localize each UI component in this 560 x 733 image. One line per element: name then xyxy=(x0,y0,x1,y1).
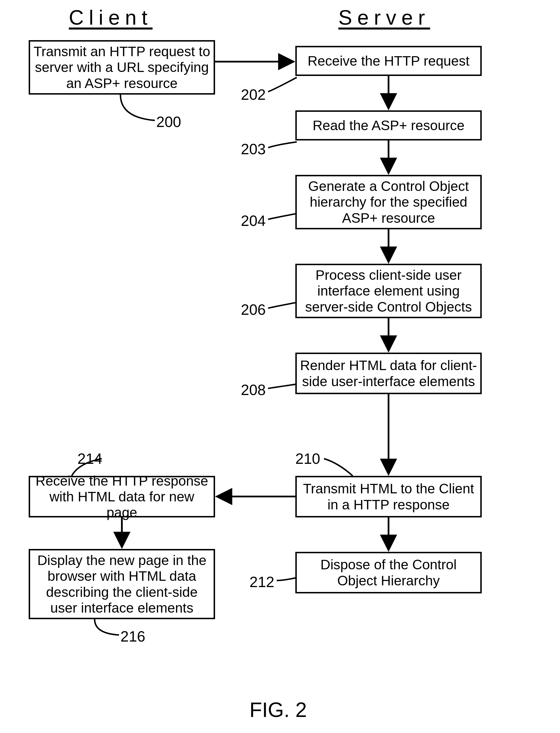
box-212: Dispose of the Control Object Hierarchy xyxy=(295,552,482,593)
leader-206 xyxy=(268,303,297,308)
box-206: Process client-side user interface eleme… xyxy=(295,264,482,318)
header-server: Server xyxy=(338,6,430,29)
figure-caption: FIG. 2 xyxy=(249,698,307,722)
box-200-label: Transmit an HTTP request to server with … xyxy=(30,44,214,91)
ref-203: 203 xyxy=(241,141,266,158)
leader-212 xyxy=(277,578,297,580)
box-204-label: Generate a Control Object hierarchy for … xyxy=(297,178,480,226)
box-203: Read the ASP+ resource xyxy=(295,110,482,141)
ref-204: 204 xyxy=(241,212,266,229)
box-202: Receive the HTTP request xyxy=(295,46,482,76)
box-203-label: Read the ASP+ resource xyxy=(297,118,480,133)
box-216: Display the new page in the browser with… xyxy=(29,549,215,619)
box-200: Transmit an HTTP request to server with … xyxy=(29,40,215,95)
header-client: Client xyxy=(69,6,153,29)
ref-214: 214 xyxy=(77,450,102,467)
box-208: Render HTML data for client-side user-in… xyxy=(295,353,482,394)
leader-216 xyxy=(95,619,119,635)
box-214: Receive the HTTP response with HTML data… xyxy=(29,476,215,517)
box-206-label: Process client-side user interface eleme… xyxy=(297,267,480,315)
box-204: Generate a Control Object hierarchy for … xyxy=(295,175,482,229)
box-212-label: Dispose of the Control Object Hierarchy xyxy=(297,557,480,588)
leader-200 xyxy=(120,95,155,120)
ref-216: 216 xyxy=(120,628,145,645)
box-202-label: Receive the HTTP request xyxy=(297,53,480,69)
box-210-label: Transmit HTML to the Client in a HTTP re… xyxy=(297,481,480,512)
leader-202 xyxy=(268,77,297,92)
ref-208: 208 xyxy=(241,381,266,398)
leader-208 xyxy=(268,384,297,388)
leader-203 xyxy=(268,142,297,148)
leader-210 xyxy=(324,459,353,476)
box-210: Transmit HTML to the Client in a HTTP re… xyxy=(295,476,482,517)
ref-200: 200 xyxy=(156,113,181,130)
box-208-label: Render HTML data for client-side user-in… xyxy=(297,358,480,389)
figure-stage: Client Server Transmit an HTTP request t… xyxy=(0,0,560,733)
box-214-label: Receive the HTTP response with HTML data… xyxy=(30,473,214,520)
box-216-label: Display the new page in the browser with… xyxy=(30,552,214,616)
ref-210: 210 xyxy=(295,450,320,467)
ref-202: 202 xyxy=(241,86,266,103)
ref-212: 212 xyxy=(249,573,274,590)
leader-204 xyxy=(268,214,297,219)
ref-206: 206 xyxy=(241,301,266,318)
